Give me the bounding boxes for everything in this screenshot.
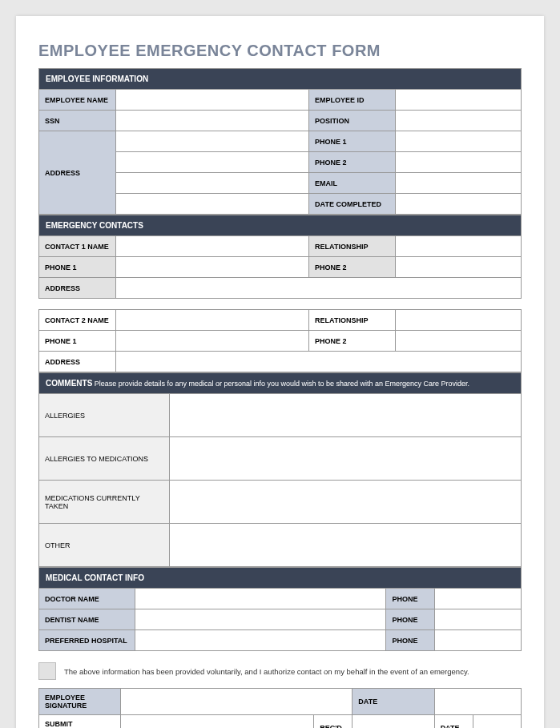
input-contact2-relationship[interactable] bbox=[396, 310, 522, 331]
input-address-4[interactable] bbox=[116, 194, 309, 215]
label-recd-by: REC'D BY bbox=[314, 715, 353, 729]
comments-header-text: Please provide details fo any medical or… bbox=[92, 380, 469, 388]
input-recd-by[interactable] bbox=[353, 715, 434, 729]
input-contact2-phone1[interactable] bbox=[116, 331, 309, 352]
label-contact1-relationship: RELATIONSHIP bbox=[309, 236, 396, 257]
label-email: EMAIL bbox=[309, 173, 396, 194]
label-contact1-phone1: PHONE 1 bbox=[39, 257, 116, 278]
label-dentist-name: DENTIST NAME bbox=[39, 609, 135, 630]
label-contact2-address: ADDRESS bbox=[39, 352, 116, 372]
input-medications[interactable] bbox=[169, 481, 521, 524]
label-address: ADDRESS bbox=[39, 131, 116, 215]
label-contact2-phone1: PHONE 1 bbox=[39, 331, 116, 352]
label-contact2-relationship: RELATIONSHIP bbox=[309, 310, 396, 331]
label-contact1-name: CONTACT 1 NAME bbox=[39, 236, 116, 257]
input-position[interactable] bbox=[396, 111, 522, 131]
medical-header: MEDICAL CONTACT INFO bbox=[39, 568, 522, 589]
form-title: EMPLOYEE EMERGENCY CONTACT FORM bbox=[38, 42, 522, 60]
label-allergies: ALLERGIES bbox=[39, 394, 170, 437]
input-date[interactable] bbox=[434, 689, 521, 715]
comments-table: COMMENTS Please provide details fo any m… bbox=[38, 372, 522, 567]
input-allergies-med[interactable] bbox=[169, 437, 521, 481]
input-contact2-phone2[interactable] bbox=[396, 331, 522, 352]
input-phone2[interactable] bbox=[396, 152, 522, 173]
input-contact2-address[interactable] bbox=[116, 352, 522, 372]
input-date-completed[interactable] bbox=[396, 194, 522, 215]
input-doctor-phone[interactable] bbox=[434, 589, 521, 609]
label-signature: EMPLOYEE SIGNATURE bbox=[39, 689, 121, 715]
input-dentist-name[interactable] bbox=[135, 609, 386, 630]
label-contact1-phone2: PHONE 2 bbox=[309, 257, 396, 278]
input-contact2-name[interactable] bbox=[116, 310, 309, 331]
medical-contact-table: MEDICAL CONTACT INFO DOCTOR NAME PHONE D… bbox=[38, 567, 522, 651]
input-doctor-name[interactable] bbox=[135, 589, 386, 609]
input-hospital-phone[interactable] bbox=[434, 630, 521, 651]
label-contact1-address: ADDRESS bbox=[39, 278, 116, 299]
label-hospital: PREFERRED HOSPITAL bbox=[39, 630, 135, 651]
label-date-recd: DATE REC'D bbox=[434, 715, 473, 729]
input-phone1[interactable] bbox=[396, 131, 522, 152]
label-date: DATE bbox=[353, 689, 434, 715]
label-doctor-phone: PHONE bbox=[386, 589, 434, 609]
employee-info-header: EMPLOYEE INFORMATION bbox=[39, 69, 522, 90]
signature-table: EMPLOYEE SIGNATURE DATE SUBMIT COMPLETED… bbox=[38, 688, 522, 728]
input-contact1-relationship[interactable] bbox=[396, 236, 522, 257]
form-page: EMPLOYEE EMERGENCY CONTACT FORM EMPLOYEE… bbox=[16, 16, 544, 728]
input-signature[interactable] bbox=[121, 689, 353, 715]
emergency-header: EMERGENCY CONTACTS bbox=[39, 215, 522, 236]
label-phone2: PHONE 2 bbox=[309, 152, 396, 173]
label-contact2-phone2: PHONE 2 bbox=[309, 331, 396, 352]
input-address-2[interactable] bbox=[116, 152, 309, 173]
label-medications: MEDICATIONS CURRENTLY TAKEN bbox=[39, 481, 170, 524]
label-submit-to: SUBMIT COMPLETED FORM TO bbox=[39, 715, 121, 729]
label-hospital-phone: PHONE bbox=[386, 630, 434, 651]
label-employee-name: EMPLOYEE NAME bbox=[39, 90, 116, 111]
input-contact1-address[interactable] bbox=[116, 278, 522, 299]
input-other[interactable] bbox=[169, 524, 521, 567]
input-employee-id[interactable] bbox=[396, 90, 522, 111]
input-contact1-name[interactable] bbox=[116, 236, 309, 257]
input-allergies[interactable] bbox=[169, 394, 521, 437]
label-date-completed: DATE COMPLETED bbox=[309, 194, 396, 215]
input-employee-name[interactable] bbox=[116, 90, 309, 111]
input-hospital[interactable] bbox=[135, 630, 386, 651]
label-employee-id: EMPLOYEE ID bbox=[309, 90, 396, 111]
comments-header-bold: COMMENTS bbox=[46, 379, 92, 388]
input-submit-to[interactable] bbox=[121, 715, 314, 729]
emergency-contacts-table: EMERGENCY CONTACTS CONTACT 1 NAME RELATI… bbox=[38, 215, 522, 372]
comments-header: COMMENTS Please provide details fo any m… bbox=[39, 373, 522, 394]
authorization-row: The above information has been provided … bbox=[38, 662, 522, 680]
label-other: OTHER bbox=[39, 524, 170, 567]
label-contact2-name: CONTACT 2 NAME bbox=[39, 310, 116, 331]
input-email[interactable] bbox=[396, 173, 522, 194]
label-phone1: PHONE 1 bbox=[309, 131, 396, 152]
label-doctor-name: DOCTOR NAME bbox=[39, 589, 135, 609]
input-address-3[interactable] bbox=[116, 173, 309, 194]
input-date-recd[interactable] bbox=[473, 715, 521, 729]
input-dentist-phone[interactable] bbox=[434, 609, 521, 630]
label-dentist-phone: PHONE bbox=[386, 609, 434, 630]
authorization-text: The above information has been provided … bbox=[64, 667, 469, 676]
input-contact1-phone2[interactable] bbox=[396, 257, 522, 278]
label-ssn: SSN bbox=[39, 111, 116, 131]
input-address-1[interactable] bbox=[116, 131, 309, 152]
label-allergies-med: ALLERGIES TO MEDICATIONS bbox=[39, 437, 170, 481]
authorization-checkbox[interactable] bbox=[38, 662, 56, 680]
label-position: POSITION bbox=[309, 111, 396, 131]
employee-info-table: EMPLOYEE INFORMATION EMPLOYEE NAME EMPLO… bbox=[38, 68, 522, 215]
input-ssn[interactable] bbox=[116, 111, 309, 131]
input-contact1-phone1[interactable] bbox=[116, 257, 309, 278]
